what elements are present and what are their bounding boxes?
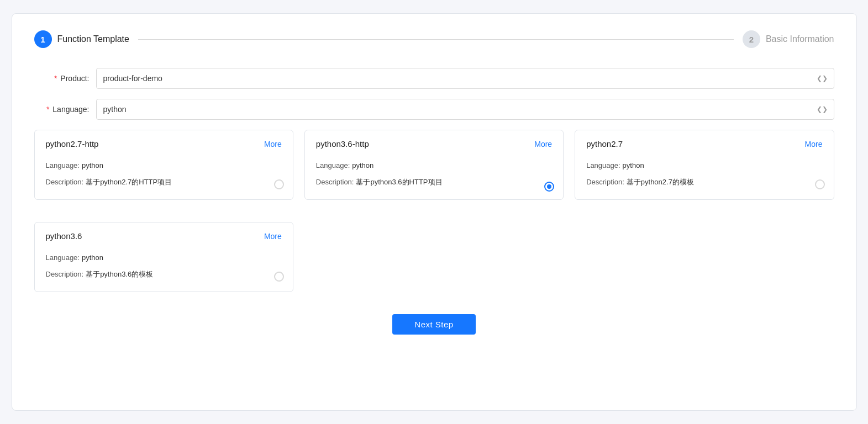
- main-card: 1 Function Template 2 Basic Information …: [12, 13, 857, 411]
- radio-indicator[interactable]: [274, 272, 284, 282]
- language-field-label: Language:: [586, 158, 620, 173]
- radio-indicator[interactable]: [815, 179, 825, 189]
- language-select-wrapper: python ❮❯: [96, 99, 834, 120]
- language-field-value: python: [352, 158, 373, 173]
- step2-number: 2: [749, 35, 754, 44]
- description-field-value: 基于python3.6的模板: [86, 267, 153, 282]
- card-radio[interactable]: [815, 179, 825, 192]
- radio-indicator[interactable]: [544, 182, 554, 192]
- card-header: python3.6-http More: [316, 139, 552, 149]
- language-field-label: Language:: [316, 158, 350, 173]
- step1-circle: 1: [34, 30, 52, 48]
- step-1: 1 Function Template: [34, 30, 129, 48]
- card-more-link[interactable]: More: [264, 140, 282, 149]
- step-line: [138, 39, 734, 40]
- card-more-link[interactable]: More: [534, 140, 552, 149]
- card-title: python3.6: [46, 231, 82, 241]
- language-field-value: python: [82, 158, 103, 173]
- card-radio[interactable]: [274, 179, 284, 192]
- template-card-tpl2[interactable]: python3.6-http More Language: python Des…: [304, 130, 564, 200]
- language-field-label: Language:: [46, 158, 80, 173]
- description-field-value: 基于python2.7的模板: [627, 175, 694, 189]
- product-row: * Product: product-for-demo ❮❯: [34, 68, 834, 89]
- description-field-value: 基于python2.7的HTTP项目: [86, 175, 172, 189]
- card-radio[interactable]: [544, 182, 554, 192]
- description-field-label: Description:: [46, 175, 84, 189]
- product-label: * Product:: [34, 74, 90, 83]
- step1-number: 1: [40, 35, 45, 44]
- card-body: Language: python Description: 基于python3.…: [316, 158, 552, 189]
- language-select[interactable]: python: [96, 99, 834, 120]
- description-field-label: Description:: [586, 175, 624, 189]
- card-body: Language: python Description: 基于python3.…: [46, 251, 282, 282]
- step2-circle: 2: [743, 30, 760, 48]
- description-field-value: 基于python3.6的HTTP项目: [356, 175, 442, 189]
- card-more-link[interactable]: More: [264, 232, 282, 241]
- card-title: python3.6-http: [316, 139, 369, 149]
- description-field-row: Description: 基于python2.7的模板: [586, 175, 822, 189]
- language-field-label: Language:: [46, 251, 80, 265]
- card-header: python2.7-http More: [46, 139, 282, 149]
- language-field-value: python: [82, 251, 103, 265]
- language-field-value: python: [623, 158, 644, 173]
- language-field-row: Language: python: [586, 158, 822, 173]
- description-field-label: Description:: [316, 175, 354, 189]
- card-title: python2.7: [586, 139, 623, 149]
- template-cards-row2: python3.6 More Language: python Descript…: [34, 222, 834, 292]
- radio-indicator[interactable]: [274, 179, 284, 189]
- language-row: * Language: python ❮❯: [34, 99, 834, 120]
- next-step-button[interactable]: Next Step: [392, 314, 475, 335]
- step1-label: Function Template: [57, 34, 129, 44]
- description-field-row: Description: 基于python3.6的HTTP项目: [316, 175, 552, 189]
- template-cards-row1: python2.7-http More Language: python Des…: [34, 130, 834, 200]
- bottom-bar: Next Step: [34, 314, 834, 335]
- language-field-row: Language: python: [46, 251, 282, 265]
- language-field-row: Language: python: [46, 158, 282, 173]
- card-header: python2.7 More: [586, 139, 822, 149]
- description-field-row: Description: 基于python2.7的HTTP项目: [46, 175, 282, 189]
- template-card-tpl4[interactable]: python3.6 More Language: python Descript…: [34, 222, 293, 292]
- step-2: 2 Basic Information: [743, 30, 834, 48]
- card-radio[interactable]: [274, 272, 284, 284]
- product-select-wrapper: product-for-demo ❮❯: [96, 68, 834, 89]
- language-label: * Language:: [34, 105, 90, 114]
- description-field-row: Description: 基于python3.6的模板: [46, 267, 282, 282]
- language-field-row: Language: python: [316, 158, 552, 173]
- product-select[interactable]: product-for-demo: [96, 68, 834, 89]
- step2-label: Basic Information: [766, 34, 834, 44]
- card-header: python3.6 More: [46, 231, 282, 241]
- card-body: Language: python Description: 基于python2.…: [586, 158, 822, 189]
- card-title: python2.7-http: [46, 139, 99, 149]
- card-more-link[interactable]: More: [805, 140, 823, 149]
- language-required: *: [46, 105, 49, 114]
- stepper: 1 Function Template 2 Basic Information: [34, 30, 834, 48]
- card-body: Language: python Description: 基于python2.…: [46, 158, 282, 189]
- description-field-label: Description:: [46, 267, 84, 282]
- template-card-tpl1[interactable]: python2.7-http More Language: python Des…: [34, 130, 293, 200]
- template-card-tpl3[interactable]: python2.7 More Language: python Descript…: [575, 130, 834, 200]
- product-required: *: [54, 74, 57, 83]
